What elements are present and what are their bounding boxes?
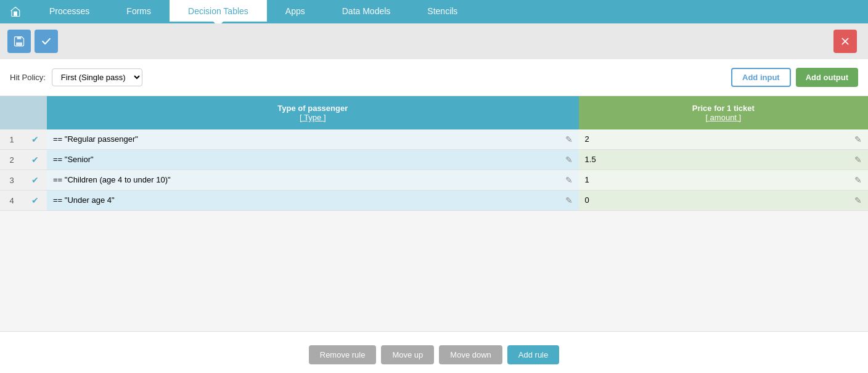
hit-policy-label: Hit Policy: (10, 73, 46, 82)
table-row: 1 ✔ == "Regular passenger" ✎ 2 ✎ (0, 129, 868, 150)
check-icon: ✔ (31, 134, 39, 144)
output-edit-icon[interactable]: ✎ (854, 195, 862, 205)
input-cell: == "Regular passenger" ✎ (47, 129, 579, 150)
nav-processes[interactable]: Processes (31, 0, 108, 23)
row-check: ✔ (23, 150, 47, 170)
output-col-header: Price for 1 ticket [ amount ] (579, 96, 868, 129)
input-edit-icon[interactable]: ✎ (565, 175, 573, 185)
confirm-button[interactable] (35, 30, 58, 53)
row-check: ✔ (23, 170, 47, 191)
output-edit-icon[interactable]: ✎ (854, 175, 862, 185)
move-up-button[interactable]: Move up (381, 345, 434, 364)
output-cell: 1 ✎ (579, 170, 868, 191)
top-navigation: Processes Forms Decision Tables Apps Dat… (0, 0, 868, 23)
main-content: Hit Policy: First (Single pass) Any Uniq… (0, 59, 868, 373)
check-col-header (23, 96, 47, 129)
output-cell: 0 ✎ (579, 191, 868, 211)
toolbar (0, 23, 868, 59)
row-number: 2 (0, 150, 23, 170)
table-scroll-area: Type of passenger [ Type ] Price for 1 t… (0, 96, 868, 331)
output-edit-icon[interactable]: ✎ (854, 155, 862, 165)
input-cell: == "Children (age 4 to under 10)" ✎ (47, 170, 579, 191)
input-edit-icon[interactable]: ✎ (565, 195, 573, 205)
output-col-title: Price for 1 ticket (585, 104, 862, 113)
move-down-button[interactable]: Move down (439, 345, 502, 364)
table-row: 3 ✔ == "Children (age 4 to under 10)" ✎ … (0, 170, 868, 191)
table-row: 4 ✔ == "Under age 4" ✎ 0 ✎ (0, 191, 868, 211)
add-output-button[interactable]: Add output (796, 68, 858, 87)
row-number: 4 (0, 191, 23, 211)
hit-policy-buttons: Add input Add output (731, 68, 858, 87)
check-icon: ✔ (31, 155, 39, 165)
input-cell: == "Under age 4" ✎ (47, 191, 579, 211)
row-check: ✔ (23, 129, 47, 150)
hit-policy-row: Hit Policy: First (Single pass) Any Uniq… (0, 59, 868, 96)
input-col-title: Type of passenger (53, 104, 573, 113)
decision-table: Type of passenger [ Type ] Price for 1 t… (0, 96, 868, 211)
input-edit-icon[interactable]: ✎ (565, 155, 573, 165)
check-icon: ✔ (31, 175, 39, 185)
add-rule-button[interactable]: Add rule (507, 345, 559, 364)
nav-apps[interactable]: Apps (267, 0, 324, 23)
input-edit-icon[interactable]: ✎ (565, 134, 573, 144)
bottom-area: Remove rule Move up Move down Add rule (0, 331, 868, 373)
output-cell: 1.5 ✎ (579, 150, 868, 170)
add-input-button[interactable]: Add input (731, 68, 791, 87)
table-row: 2 ✔ == "Senior" ✎ 1.5 ✎ (0, 150, 868, 170)
input-cell: == "Senior" ✎ (47, 150, 579, 170)
svg-rect-0 (17, 37, 22, 39)
bottom-buttons: Remove rule Move up Move down Add rule (9, 345, 859, 364)
output-col-subtitle[interactable]: [ amount ] (585, 113, 862, 122)
home-button[interactable] (0, 0, 31, 23)
row-number: 3 (0, 170, 23, 191)
output-edit-icon[interactable]: ✎ (854, 134, 862, 144)
num-col-header (0, 96, 23, 129)
close-button[interactable] (833, 30, 857, 53)
nav-stencils[interactable]: Stencils (409, 0, 476, 23)
hit-policy-select[interactable]: First (Single pass) Any Unique Priority … (52, 68, 142, 86)
save-button[interactable] (7, 30, 31, 53)
output-cell: 2 ✎ (579, 129, 868, 150)
row-number: 1 (0, 129, 23, 150)
input-col-subtitle[interactable]: [ Type ] (53, 113, 573, 122)
nav-decision-tables[interactable]: Decision Tables (170, 0, 267, 23)
remove-rule-button[interactable]: Remove rule (309, 345, 377, 364)
nav-forms[interactable]: Forms (108, 0, 170, 23)
decision-table-container: Type of passenger [ Type ] Price for 1 t… (0, 96, 868, 211)
row-check: ✔ (23, 191, 47, 211)
nav-data-models[interactable]: Data Models (324, 0, 409, 23)
svg-rect-1 (16, 43, 22, 46)
input-col-header: Type of passenger [ Type ] (47, 96, 579, 129)
check-icon: ✔ (31, 195, 39, 205)
